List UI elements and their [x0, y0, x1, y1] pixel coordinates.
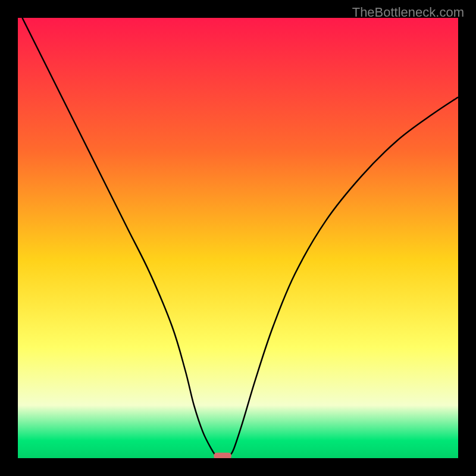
gradient-background	[18, 18, 458, 458]
watermark-text: TheBottleneck.com	[352, 5, 464, 20]
bottleneck-chart	[18, 18, 458, 458]
bottleneck-marker	[214, 453, 231, 458]
